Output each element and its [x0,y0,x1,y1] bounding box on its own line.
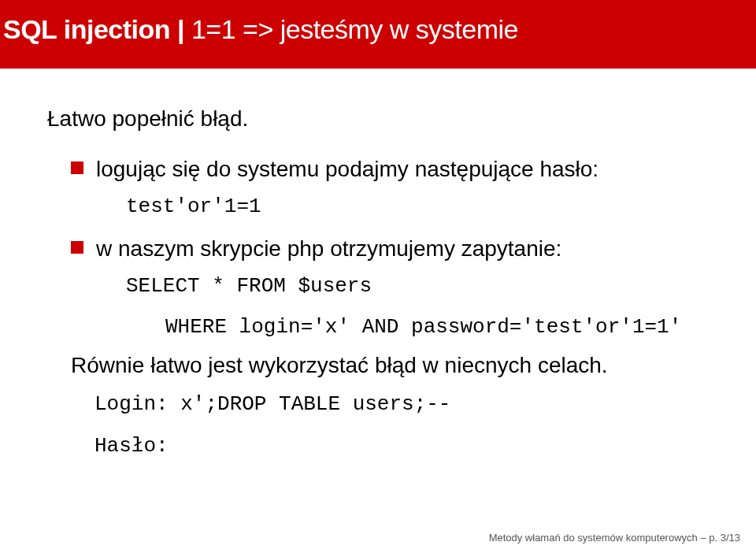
intro-text: Łatwo popełnić błąd. [47,106,709,132]
slide-footer: Metody włamań do systemów komputerowych … [489,532,740,544]
square-bullet-icon [71,241,83,254]
slide-header: SQL injection | 1=1 => jesteśmy w system… [0,0,756,69]
slide-content: Łatwo popełnić błąd. logując się do syst… [0,69,756,462]
bullet-text-1: logując się do systemu podajmy następują… [96,154,598,184]
slide-title: SQL injection | 1=1 => jesteśmy w system… [0,14,756,45]
code-select: SELECT * FROM $users [47,272,709,302]
bullet-item-2: w naszym skrypcie php otrzymujemy zapyta… [47,233,709,264]
bullet-text-2: w naszym skrypcie php otrzymujemy zapyta… [96,233,561,264]
bullet-item-1: logując się do systemu podajmy następują… [47,154,709,184]
code-login: Login: x';DROP TABLE users;-- [47,389,709,420]
square-bullet-icon [71,161,83,174]
code-password: test'or'1=1 [47,192,709,222]
code-where: WHERE login='x' AND password='test'or'1=… [47,313,709,343]
code-haslo: Hasło: [47,431,709,462]
title-main: SQL injection [3,14,170,44]
plain-text-1: Równie łatwo jest wykorzystać błąd w nie… [47,353,709,378]
title-sub: 1=1 => jesteśmy w systemie [191,14,518,44]
title-separator: | [170,14,191,44]
